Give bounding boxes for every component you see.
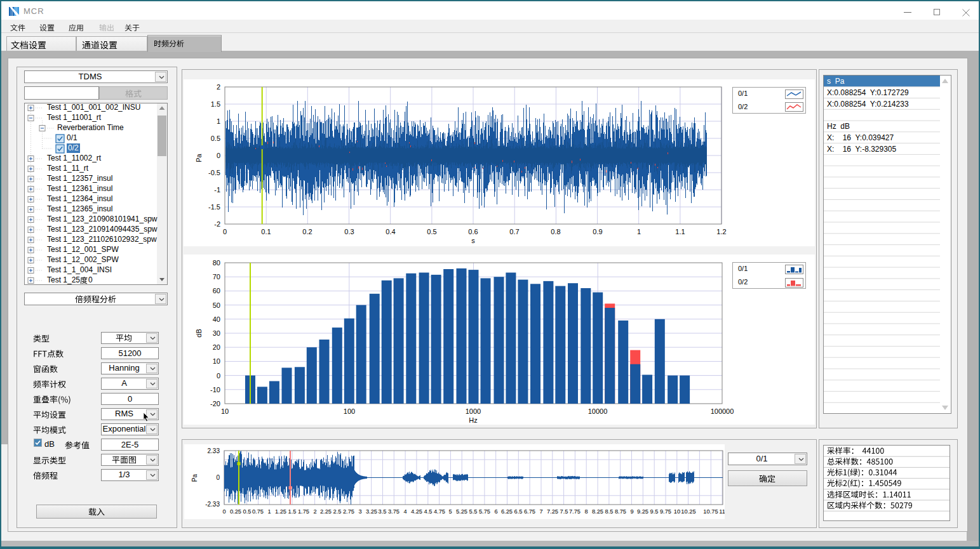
svg-text:1.1: 1.1 (675, 228, 685, 235)
svg-text:5.75: 5.75 (479, 508, 490, 515)
svg-text:0: 0 (217, 372, 220, 380)
svg-text:8.25: 8.25 (592, 508, 603, 515)
svg-text:7.5: 7.5 (560, 508, 568, 515)
svg-text:0: 0 (217, 152, 220, 159)
svg-text:7.25: 7.25 (547, 508, 558, 515)
svg-text:0.25: 0.25 (230, 508, 241, 515)
svg-text:4.25: 4.25 (411, 508, 422, 515)
svg-text:-2.33: -2.33 (205, 501, 220, 508)
svg-text:3.75: 3.75 (388, 508, 399, 515)
svg-text:10: 10 (674, 508, 680, 515)
svg-text:6.75: 6.75 (524, 508, 535, 515)
svg-text:4.75: 4.75 (434, 508, 445, 515)
svg-text:0.5: 0.5 (243, 508, 252, 515)
svg-text:50: 50 (213, 301, 220, 309)
svg-text:X: 16 Y:0.039427: X: 16 Y:0.039427 (827, 133, 894, 142)
svg-text:1.75: 1.75 (298, 508, 309, 515)
svg-text:0.5: 0.5 (427, 228, 436, 235)
svg-text:Hz: Hz (469, 416, 477, 424)
svg-text:10000: 10000 (588, 407, 608, 415)
svg-text:Hz dB: Hz dB (827, 122, 850, 131)
svg-text:-10: -10 (210, 386, 220, 394)
svg-text:X:0.088254 Y:0.172729: X:0.088254 Y:0.172729 (827, 88, 909, 97)
svg-text:s Pa: s Pa (827, 77, 845, 86)
svg-text:11: 11 (719, 508, 725, 515)
svg-text:20: 20 (213, 343, 220, 351)
svg-text:5.25: 5.25 (456, 508, 467, 515)
svg-text:2.75: 2.75 (343, 508, 354, 515)
svg-text:-1: -1 (214, 186, 220, 194)
svg-text:0.6: 0.6 (468, 228, 478, 235)
svg-text:8.75: 8.75 (615, 508, 626, 515)
svg-text:9.75: 9.75 (660, 508, 671, 515)
svg-text:10.25: 10.25 (681, 508, 695, 515)
svg-text:0.9: 0.9 (593, 228, 602, 235)
svg-text:100000: 100000 (711, 407, 734, 415)
svg-text:0: 0 (222, 508, 225, 515)
svg-text:2.25: 2.25 (320, 508, 332, 515)
svg-text:X: 16 Y:-8.329305: X: 16 Y:-8.329305 (827, 145, 897, 154)
svg-text:0.8: 0.8 (551, 228, 560, 235)
svg-text:5.5: 5.5 (469, 508, 478, 515)
svg-text:1: 1 (637, 228, 641, 235)
svg-text:0.2: 0.2 (302, 228, 312, 235)
svg-text:1.25: 1.25 (275, 508, 286, 515)
svg-text:1: 1 (217, 117, 220, 125)
svg-text:10: 10 (221, 407, 229, 415)
svg-text:6: 6 (494, 508, 497, 515)
svg-text:0.3: 0.3 (344, 228, 354, 235)
svg-text:60: 60 (213, 287, 220, 294)
svg-text:3: 3 (358, 508, 361, 515)
svg-text:s: s (471, 237, 475, 244)
svg-text:10: 10 (213, 357, 220, 365)
svg-text:9.5: 9.5 (650, 508, 659, 515)
svg-text:2.33: 2.33 (208, 447, 220, 454)
svg-text:2: 2 (217, 83, 220, 91)
svg-text:-1.5: -1.5 (208, 203, 220, 211)
svg-text:9.25: 9.25 (637, 508, 648, 515)
svg-text:0.75: 0.75 (252, 508, 264, 515)
svg-text:6.25: 6.25 (501, 508, 513, 515)
svg-text:40: 40 (213, 315, 220, 323)
svg-text:70: 70 (213, 273, 220, 281)
svg-text:-20: -20 (210, 400, 220, 407)
svg-text:0.7: 0.7 (509, 228, 519, 235)
svg-text:2.5: 2.5 (333, 508, 342, 515)
svg-text:-0.5: -0.5 (208, 169, 220, 176)
svg-text:1: 1 (267, 508, 271, 515)
svg-text:3.25: 3.25 (366, 508, 377, 515)
svg-text:5: 5 (448, 508, 452, 515)
svg-text:8.5: 8.5 (605, 508, 614, 515)
svg-text:1.5: 1.5 (288, 508, 297, 515)
svg-text:80: 80 (213, 259, 220, 267)
svg-text:0: 0 (223, 228, 227, 235)
svg-text:1.2: 1.2 (716, 228, 726, 235)
svg-text:0: 0 (216, 474, 220, 481)
svg-text:100: 100 (344, 407, 355, 415)
svg-text:8: 8 (584, 508, 587, 515)
svg-text:1.5: 1.5 (211, 100, 220, 108)
svg-text:0.4: 0.4 (386, 228, 395, 235)
svg-text:4: 4 (403, 508, 406, 515)
svg-text:9: 9 (630, 508, 633, 515)
svg-text:2: 2 (313, 508, 316, 515)
svg-text:0.1: 0.1 (261, 228, 271, 235)
svg-text:7: 7 (539, 508, 542, 515)
svg-text:10.75: 10.75 (703, 508, 718, 515)
svg-text:7.75: 7.75 (569, 508, 581, 515)
svg-text:0.5: 0.5 (211, 135, 220, 142)
svg-text:1000: 1000 (466, 407, 481, 415)
svg-text:3.5: 3.5 (379, 508, 387, 515)
svg-text:4.5: 4.5 (424, 508, 433, 515)
svg-text:30: 30 (213, 329, 220, 337)
svg-text:X:0.088254 Y:0.214233: X:0.088254 Y:0.214233 (827, 100, 909, 109)
svg-text:dB: dB (195, 329, 203, 337)
svg-text:Pa: Pa (191, 473, 198, 482)
svg-text:Pa: Pa (195, 153, 203, 162)
svg-text:-2: -2 (214, 220, 220, 228)
svg-text:6.5: 6.5 (514, 508, 523, 515)
